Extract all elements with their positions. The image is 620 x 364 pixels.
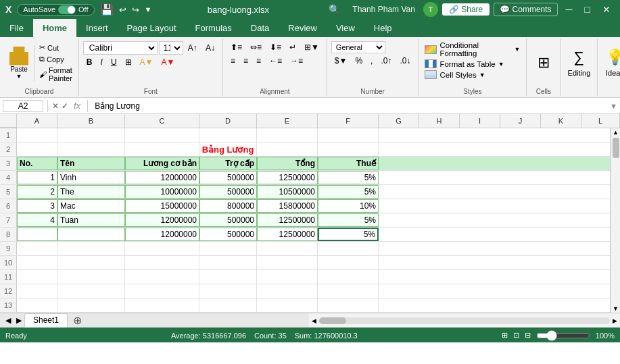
cell-C8[interactable]: 12000000 — [125, 228, 199, 241]
col-header-L[interactable]: L — [581, 114, 620, 128]
hscroll-thumb[interactable] — [319, 317, 346, 324]
conditional-formatting-button[interactable]: Conditional Formatting ▼ — [423, 41, 522, 58]
normal-view-icon[interactable]: ⊞ — [502, 331, 508, 340]
cell-E6[interactable]: 15800000 — [257, 199, 318, 213]
maximize-button[interactable]: □ — [581, 3, 594, 16]
scroll-down-button[interactable]: ▼ — [612, 305, 620, 313]
tab-formulas[interactable]: Formulas — [186, 19, 241, 37]
cell-E8[interactable]: 12500000 — [257, 228, 318, 241]
cell-A7[interactable]: 4 — [17, 213, 57, 227]
cell-F8[interactable]: 5% — [318, 228, 379, 241]
cell-rest-5[interactable] — [379, 185, 611, 199]
tab-review[interactable]: Review — [279, 19, 327, 37]
cell-A6[interactable]: 3 — [17, 199, 57, 213]
zoom-slider[interactable] — [536, 330, 590, 341]
cell-E7[interactable]: 12500000 — [257, 213, 318, 227]
tab-home[interactable]: Home — [33, 19, 76, 37]
cell-E1[interactable] — [257, 128, 318, 142]
border-button[interactable]: ⊞ — [122, 56, 135, 68]
autosave-toggle[interactable] — [58, 5, 76, 14]
tab-file[interactable]: File — [0, 19, 33, 37]
align-right-button[interactable]: ≡ — [253, 55, 264, 67]
cell-C2[interactable] — [125, 142, 199, 156]
bold-button[interactable]: B — [83, 56, 96, 68]
tab-page-layout[interactable]: Page Layout — [118, 19, 186, 37]
cell-C4[interactable]: 12000000 — [125, 171, 199, 184]
cell-F3[interactable]: Thuế — [318, 157, 379, 170]
wrap-text-button[interactable]: ↵ — [286, 41, 300, 53]
cell-B8[interactable] — [57, 228, 125, 241]
hscroll-right-button[interactable]: ▶ — [613, 317, 617, 324]
cell-B4[interactable]: Vinh — [57, 171, 125, 184]
cell-D8[interactable]: 500000 — [199, 228, 257, 241]
cell-F5[interactable]: 5% — [318, 185, 379, 199]
cell-D5[interactable]: 500000 — [199, 185, 257, 199]
currency-button[interactable]: $▼ — [331, 55, 351, 67]
cell-A3[interactable]: No. — [17, 157, 57, 170]
cell-E2[interactable] — [257, 142, 318, 156]
tab-view[interactable]: View — [327, 19, 364, 37]
number-format-select[interactable]: General — [331, 41, 385, 53]
decrease-indent-button[interactable]: ←≡ — [266, 55, 285, 67]
col-header-B[interactable]: B — [57, 114, 125, 128]
cell-B7[interactable]: Tuan — [57, 213, 125, 227]
cell-rest-6[interactable] — [379, 199, 611, 213]
scroll-up-button[interactable]: ▲ — [612, 128, 620, 136]
font-color-button[interactable]: A▼ — [158, 56, 178, 68]
cell-D3[interactable]: Trợ cấp — [199, 157, 257, 170]
cell-D4[interactable]: 500000 — [199, 171, 257, 184]
cell-A2[interactable] — [17, 142, 57, 156]
cell-rest-3[interactable] — [379, 157, 611, 170]
font-family-select[interactable]: Calibri — [83, 41, 158, 55]
align-center-button[interactable]: ≡ — [240, 55, 252, 67]
cell-rest-7[interactable] — [379, 213, 611, 227]
add-sheet-button[interactable]: ⊕ — [68, 313, 87, 328]
cell-C7[interactable]: 12000000 — [125, 213, 199, 227]
cell-B5[interactable]: The — [57, 185, 125, 199]
cell-A1[interactable] — [17, 128, 57, 142]
cell-C3[interactable]: Lương cơ bản — [125, 157, 199, 170]
top-align-button[interactable]: ⬆≡ — [227, 41, 245, 53]
increase-decimal-button[interactable]: .0↑ — [377, 55, 395, 67]
bottom-align-button[interactable]: ⬇≡ — [266, 41, 285, 53]
tab-data[interactable]: Data — [241, 19, 279, 37]
cell-B2[interactable] — [57, 142, 125, 156]
col-header-D[interactable]: D — [199, 114, 257, 128]
cell-D7[interactable]: 500000 — [199, 213, 257, 227]
customize-icon[interactable]: ▼ — [145, 5, 152, 14]
cell-styles-button[interactable]: Cell Styles ▼ — [423, 70, 487, 80]
middle-align-button[interactable]: ⇔≡ — [247, 41, 265, 53]
increase-indent-button[interactable]: →≡ — [287, 55, 306, 67]
format-as-table-button[interactable]: Format as Table ▼ — [423, 59, 506, 69]
search-icon[interactable]: 🔍 — [325, 3, 344, 16]
cell-rest-8[interactable] — [379, 228, 611, 241]
cell-rest-1[interactable] — [379, 128, 611, 142]
increase-font-button[interactable]: A↑ — [185, 42, 201, 54]
cell-B1[interactable] — [57, 128, 125, 142]
cell-C6[interactable]: 15000000 — [125, 199, 199, 213]
fill-color-button[interactable]: A▼ — [137, 56, 157, 68]
cell-B3[interactable]: Tên — [57, 157, 125, 170]
cancel-formula-icon[interactable]: ✕ — [52, 101, 59, 111]
close-button[interactable]: ✕ — [598, 3, 615, 16]
tab-insert[interactable]: Insert — [76, 19, 118, 37]
cell-F7[interactable]: 5% — [318, 213, 379, 227]
hscroll-track[interactable] — [319, 317, 611, 324]
col-header-J[interactable]: J — [500, 114, 541, 128]
cell-rest-4[interactable] — [379, 171, 611, 184]
cell-C1[interactable] — [125, 128, 199, 142]
share-button[interactable]: 🔗 Share — [442, 3, 490, 16]
cell-E4[interactable]: 12500000 — [257, 171, 318, 184]
decrease-font-button[interactable]: A↓ — [202, 42, 218, 54]
cell-rest-2[interactable] — [379, 142, 611, 156]
cell-C5[interactable]: 10000000 — [125, 185, 199, 199]
cell-F6[interactable]: 10% — [318, 199, 379, 213]
cell-F4[interactable]: 5% — [318, 171, 379, 184]
cell-D6[interactable]: 800000 — [199, 199, 257, 213]
page-layout-view-icon[interactable]: ⊡ — [513, 331, 519, 340]
merge-button[interactable]: ⊞▼ — [301, 41, 323, 53]
cell-E3[interactable]: Tổng — [257, 157, 318, 170]
col-header-H[interactable]: H — [419, 114, 460, 128]
sheet-tab-sheet1[interactable]: Sheet1 — [24, 313, 68, 328]
percent-button[interactable]: % — [352, 55, 366, 67]
